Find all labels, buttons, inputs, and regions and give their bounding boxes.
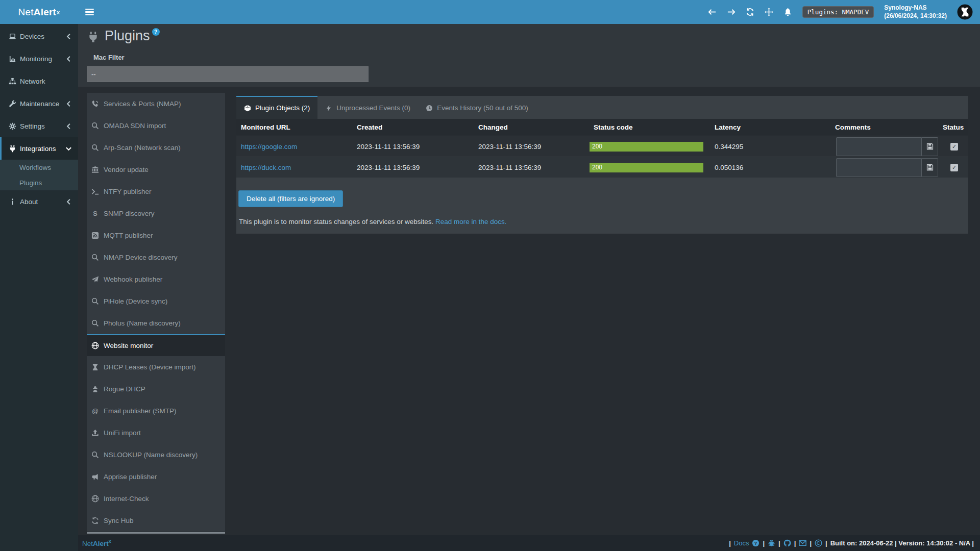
github-icon[interactable] [783,539,791,547]
delete-all-button[interactable]: Delete all (filters are ignored) [238,190,343,207]
sidebar: DevicesMonitoringNetworkMaintenanceSetti… [0,24,78,551]
phone-volume-icon [91,100,100,108]
footer-docs-link[interactable]: Docs [734,539,749,547]
column-header-status: Status [938,123,968,131]
plugin-list-item-vendor-update[interactable]: Vendor update [87,159,225,181]
plugin-list-item-sync-hub[interactable]: Sync Hub [87,510,225,532]
footer: NetAlertx | Docs ? | | | | | Built on: 2… [78,535,980,551]
column-header-created: Created [352,123,474,131]
logo-text-bold: Alert [34,7,56,18]
nav-back-icon[interactable] [708,8,717,16]
tab-label: Plugin Objects (2) [255,104,310,112]
app-logo[interactable]: NetAlertx [0,0,78,24]
status-code-bar: 200 [590,142,703,152]
latency-cell: 0.050136 [710,164,830,171]
status-checkbox[interactable]: ✓ [950,164,958,171]
sidebar-toggle-button[interactable] [78,0,101,24]
sidebar-item-about[interactable]: About [0,190,78,213]
plugin-list-item-pihole-device-sync[interactable]: PiHole (Device sync) [87,290,225,312]
plugin-list-item-internet-check[interactable]: Internet-Check [87,488,225,510]
upload-icon [91,429,100,437]
plugin-list-item-pholus-name-discovery[interactable]: Pholus (Name discovery) [87,312,225,334]
column-header-changed: Changed [474,123,589,131]
plugin-list-item-rogue-dhcp[interactable]: Rogue DHCP [87,378,225,400]
docs-link[interactable]: Read more in the docs. [435,218,507,226]
plugin-list-item-omada-sdn-import[interactable]: OMADA SDN import [87,115,225,137]
plugin-list-scrollbar[interactable] [87,532,225,534]
mac-filter-input[interactable] [87,66,369,82]
comment-input[interactable] [836,158,922,177]
plugin-list-item-nslookup-name-discovery[interactable]: NSLOOKUP (Name discovery) [87,444,225,466]
plugin-list-item-nmap-device-discovery[interactable]: NMAP Device discovery [87,246,225,268]
monitored-url-link[interactable]: https://google.com [241,143,297,151]
plugin-list-item-ntfy-publisher[interactable]: NTFY publisher [87,181,225,203]
save-comment-button[interactable] [922,158,938,177]
plugin-list-item-mqtt-publisher[interactable]: MQTT publisher [87,224,225,246]
search-icon [91,451,100,459]
tab-events-history-50-out-of-500[interactable]: Events History (50 out of 500) [418,96,536,119]
tab-unprocessed-events-0[interactable]: Unprocessed Events (0) [317,96,418,119]
sidebar-item-integrations[interactable]: Integrations [0,137,78,160]
chevron-left-icon [63,33,74,40]
sidebar-item-label: Maintenance [20,100,63,108]
notifications-bell-icon[interactable] [783,8,792,16]
host-name: Synology-NAS [884,4,947,12]
column-header-latency: Latency [710,123,830,131]
plugin-list-item-dhcp-leases-device-import[interactable]: DHCP Leases (Device import) [87,356,225,378]
plugin-list-item-snmp-discovery[interactable]: SSNMP discovery [87,203,225,224]
plugin-item-label: Apprise publisher [104,473,157,481]
status-cell: ✓ [938,164,968,171]
user-avatar[interactable] [957,4,973,20]
comments-cell [830,158,938,177]
sidebar-item-maintenance[interactable]: Maintenance [0,92,78,115]
bank-icon [91,166,100,173]
navbar-right: Plugins: NMAPDEV Synology-NAS (26/06/202… [708,0,980,24]
sidebar-item-label: Network [20,78,74,85]
envelope-icon[interactable] [799,539,806,547]
copyright-icon[interactable] [815,539,822,547]
plugin-item-label: Arp-Scan (Network scan) [104,144,181,152]
plugin-list-item-unifi-import[interactable]: UniFi import [87,422,225,444]
chevron-left-icon [63,100,74,108]
comment-input[interactable] [836,137,922,156]
plugin-item-label: DHCP Leases (Device import) [104,363,196,371]
column-header-comments: Comments [830,123,938,131]
table-body: https://google.com2023-11-11 13:56:39202… [236,136,968,178]
status-checkbox[interactable]: ✓ [950,143,958,151]
fullscreen-icon[interactable] [765,8,773,16]
sidebar-item-label: Monitoring [20,55,63,63]
host-info: Synology-NAS (26/06/2024, 14:30:32) [884,4,947,20]
sidebar-item-devices[interactable]: Devices [0,25,78,47]
nav-forward-icon[interactable] [727,8,736,16]
page-title: Plugins ? [87,28,160,44]
plugin-item-label: Internet-Check [104,495,149,503]
wrench-icon [7,100,17,108]
refresh-icon[interactable] [746,8,754,16]
top-navbar: NetAlertx Plugins: NMAPDEV Synology-NAS … [0,0,980,24]
bug-icon[interactable] [768,539,775,547]
help-badge[interactable]: ? [152,28,160,36]
sidebar-item-monitoring[interactable]: Monitoring [0,47,78,70]
sidebar-item-network[interactable]: Network [0,70,78,92]
comment-group [836,137,938,156]
monitored-url-link[interactable]: https://duck.com [241,164,291,171]
save-comment-button[interactable] [922,137,938,156]
plug-icon [87,31,99,43]
sidebar-item-settings[interactable]: Settings [0,115,78,137]
comments-cell [830,137,938,156]
plugin-list-item-webhook-publisher[interactable]: Webhook publisher [87,268,225,290]
sidebar-subitem-plugins[interactable]: Plugins [0,175,78,190]
plugin-list-item-arp-scan-network-scan[interactable]: Arp-Scan (Network scan) [87,137,225,159]
question-circle-icon[interactable]: ? [752,539,760,547]
plugin-list-item-apprise-publisher[interactable]: Apprise publisher [87,466,225,488]
footer-brand[interactable]: NetAlertx [82,539,111,547]
save-icon [926,164,934,171]
tab-plugin-objects-2[interactable]: Plugin Objects (2) [236,96,317,119]
plugin-list-item-services-ports-nmap[interactable]: Services & Ports (NMAP) [87,93,225,115]
plugin-list-item-website-monitor[interactable]: Website monitor [87,334,225,356]
running-plugin-badge[interactable]: Plugins: NMAPDEV [802,6,874,18]
sidebar-subitem-workflows[interactable]: Workflows [0,160,78,175]
plugin-list-item-email-publisher-smtp[interactable]: @Email publisher (SMTP) [87,400,225,422]
terminal-icon [91,188,100,195]
gear-icon [7,122,17,130]
